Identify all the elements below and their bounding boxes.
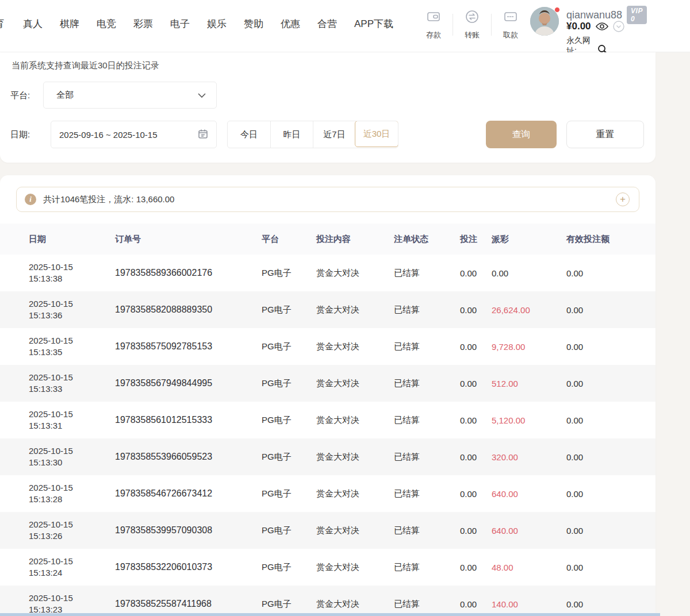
- cell-order-number: 1978358561012515333: [115, 415, 262, 425]
- cell-order-number: 1978358567949844995: [115, 378, 262, 388]
- platform-label: 平台:: [10, 90, 30, 101]
- wallet-icon: [426, 9, 441, 26]
- cell-valid-amount: 0.00: [566, 342, 644, 352]
- cell-valid-amount: 0.00: [566, 563, 644, 572]
- quick-date-7days[interactable]: 近7日: [313, 121, 355, 148]
- cell-payout: 640.00: [492, 526, 566, 536]
- cell-status: 已结算: [394, 305, 460, 315]
- cell-order-number: 1978358589366002176: [115, 268, 262, 278]
- cell-payout: 140.00: [492, 599, 566, 609]
- date-range-picker[interactable]: 2025-09-16 ~ 2025-10-15: [51, 121, 217, 148]
- table-row[interactable]: 2025-10-1515:13:38 1978358589366002176 P…: [0, 255, 656, 291]
- cell-platform: PG电子: [262, 525, 316, 536]
- col-header-order: 订单号: [115, 234, 262, 245]
- cell-platform: PG电子: [262, 415, 316, 426]
- quick-date-today[interactable]: 今日: [228, 121, 270, 148]
- table-row[interactable]: 2025-10-1515:13:24 1978358532206010373 P…: [0, 549, 656, 586]
- cell-valid-amount: 0.00: [566, 415, 644, 425]
- cell-date: 2025-10-1515:13:33: [29, 372, 115, 395]
- withdraw-button[interactable]: 取款: [492, 9, 529, 40]
- cell-bet-amount: 0.00: [460, 305, 492, 315]
- cell-order-number: 1978358575092785153: [115, 341, 262, 352]
- quick-date-30days[interactable]: 近30日: [355, 121, 398, 147]
- cell-status: 已结算: [394, 488, 460, 499]
- expand-plus-icon[interactable]: +: [616, 192, 630, 206]
- deposit-button[interactable]: 存款: [415, 9, 452, 40]
- nav-item-casino[interactable]: 娱乐: [207, 17, 227, 30]
- cell-date: 2025-10-1515:13:36: [29, 298, 115, 321]
- quick-date-yesterday[interactable]: 昨日: [270, 121, 313, 148]
- nav-item-sponsor[interactable]: 赞助: [244, 17, 263, 30]
- cell-status: 已结算: [394, 452, 460, 463]
- cell-date: 2025-10-1515:13:28: [29, 482, 115, 505]
- cell-date: 2025-10-1515:13:26: [29, 519, 115, 542]
- eye-icon[interactable]: [596, 22, 608, 31]
- cell-platform: PG电子: [262, 341, 316, 352]
- summary-bar: i 共计1046笔投注，流水: 13,660.00 +: [16, 187, 639, 212]
- nav-item-app-download[interactable]: APP下载: [354, 17, 393, 30]
- nav-item-partner[interactable]: 合营: [317, 17, 337, 30]
- nav-item-cards[interactable]: 棋牌: [60, 17, 79, 30]
- search-button[interactable]: 查询: [486, 121, 557, 148]
- cell-platform: PG电子: [262, 452, 316, 463]
- table-row[interactable]: 2025-10-1515:13:33 1978358567949844995 P…: [0, 365, 656, 402]
- table-row[interactable]: 2025-10-1515:13:28 1978358546726673412 P…: [0, 475, 656, 512]
- nav-item-live[interactable]: 真人: [23, 17, 43, 30]
- cell-bet-content: 赏金大对决: [316, 599, 394, 610]
- records-panel: i 共计1046笔投注，流水: 13,660.00 + 日期 订单号 平台 投注…: [0, 175, 656, 616]
- cell-status: 已结算: [394, 415, 460, 426]
- cell-valid-amount: 0.00: [566, 268, 644, 278]
- cell-order-number: 1978358539957090308: [115, 525, 262, 536]
- cell-bet-content: 赏金大对决: [316, 452, 394, 463]
- chevron-down-icon: [198, 90, 206, 100]
- table-row[interactable]: 2025-10-1515:13:23 1978358525587411968 P…: [0, 586, 656, 616]
- filter-panel: 当前系统支持查询最近30日的投注记录 平台: 全部 日期: 2025-09-16…: [0, 52, 656, 163]
- cell-platform: PG电子: [262, 599, 316, 610]
- cell-valid-amount: 0.00: [566, 305, 644, 315]
- cell-status: 已结算: [394, 599, 460, 610]
- cell-status: 已结算: [394, 378, 460, 389]
- reset-button[interactable]: 重置: [566, 121, 644, 148]
- cell-date: 2025-10-1515:13:35: [29, 335, 115, 358]
- summary-text: 共计1046笔投注，流水: 13,660.00: [43, 194, 174, 205]
- nav-item-esports[interactable]: 电竞: [97, 17, 116, 30]
- balance-amount: ¥0.00: [566, 21, 591, 32]
- col-header-valid: 有效投注额: [566, 234, 644, 245]
- table-row[interactable]: 2025-10-1515:13:35 1978358575092785153 P…: [0, 328, 656, 365]
- transfer-icon: [465, 9, 480, 26]
- cell-bet-content: 赏金大对决: [316, 305, 394, 315]
- cell-bet-amount: 0.00: [460, 415, 492, 425]
- cell-valid-amount: 0.00: [566, 489, 644, 499]
- nav-item-sports-partial[interactable]: 育: [0, 17, 6, 30]
- divider: [453, 14, 453, 36]
- cell-valid-amount: 0.00: [566, 452, 644, 462]
- cell-bet-content: 赏金大对决: [316, 488, 394, 499]
- nav-item-lottery[interactable]: 彩票: [133, 17, 153, 30]
- platform-select[interactable]: 全部: [43, 82, 217, 109]
- top-header: 育 真人 棋牌 电竞 彩票 电子 娱乐 赞助 优惠 合营 APP下载 存款: [0, 0, 690, 52]
- notification-dot: [554, 7, 560, 13]
- cell-order-number: 1978358553966059523: [115, 452, 262, 462]
- cell-valid-amount: 0.00: [566, 599, 644, 609]
- cell-platform: PG电子: [262, 268, 316, 279]
- table-row[interactable]: 2025-10-1515:13:26 1978358539957090308 P…: [0, 512, 656, 549]
- cell-date: 2025-10-1515:13:23: [29, 592, 115, 615]
- table-row[interactable]: 2025-10-1515:13:30 1978358553966059523 P…: [0, 438, 656, 475]
- username[interactable]: qianwanu88: [566, 9, 622, 21]
- col-header-platform: 平台: [262, 234, 316, 245]
- wallet-actions: 存款 转账 取款: [415, 9, 529, 40]
- cell-order-number: 1978358532206010373: [115, 562, 262, 572]
- cell-bet-amount: 0.00: [460, 452, 492, 462]
- info-icon: i: [25, 194, 36, 205]
- nav-item-slots[interactable]: 电子: [170, 17, 190, 30]
- cell-bet-content: 赏金大对决: [316, 378, 394, 389]
- table-row[interactable]: 2025-10-1515:13:36 1978358582088889350 P…: [0, 291, 656, 328]
- table-row[interactable]: 2025-10-1515:13:31 1978358561012515333 P…: [0, 402, 656, 438]
- nav-item-promo[interactable]: 优惠: [281, 17, 300, 30]
- withdraw-label: 取款: [503, 30, 518, 40]
- cell-bet-amount: 0.00: [460, 268, 492, 278]
- transfer-button[interactable]: 转账: [454, 9, 490, 40]
- cell-valid-amount: 0.00: [566, 379, 644, 388]
- chevron-down-circle-icon[interactable]: [613, 21, 624, 32]
- cell-bet-content: 赏金大对决: [316, 562, 394, 573]
